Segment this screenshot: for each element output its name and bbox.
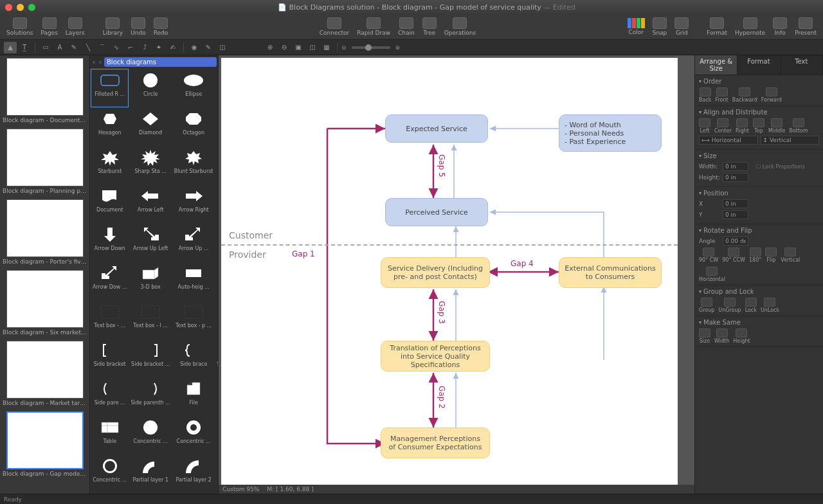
shape-side-brace[interactable]: Side brace bbox=[173, 339, 215, 377]
align-h-select[interactable]: ⟷ Horizontal bbox=[699, 136, 758, 145]
template-item-2[interactable]: Block diagram - Porter's five forces mod… bbox=[0, 197, 89, 267]
shape-arrow-right[interactable]: Arrow Right bbox=[173, 185, 215, 222]
template-item-5[interactable]: Block diagram - Gap model of service q..… bbox=[0, 409, 89, 480]
shape-arrow-down[interactable]: Arrow Down bbox=[91, 224, 128, 261]
shape-side-parenth-[interactable]: Side parenth ... bbox=[129, 378, 171, 415]
rotate-90-ccw[interactable]: 90° CCW bbox=[722, 248, 745, 263]
shape-circle[interactable]: Circle bbox=[129, 69, 171, 107]
order-back[interactable]: Back bbox=[699, 87, 711, 103]
tab-text[interactable]: Text bbox=[781, 55, 823, 75]
info-button[interactable]: Info bbox=[770, 16, 790, 37]
freehand-tool[interactable]: ✎ bbox=[68, 42, 80, 53]
shape-document[interactable]: Document bbox=[91, 185, 128, 222]
zoom-slider[interactable] bbox=[352, 46, 390, 49]
redo-button[interactable]: Redo bbox=[151, 16, 171, 37]
pointer-tool[interactable]: ▲ bbox=[4, 42, 17, 53]
shape-hexagon[interactable]: Hexagon bbox=[91, 108, 128, 145]
rotate-flip[interactable]: Flip bbox=[765, 248, 777, 263]
pages-button[interactable]: Pages bbox=[38, 16, 60, 37]
line-tool[interactable]: ╲ bbox=[82, 42, 95, 53]
tab-format[interactable]: Format bbox=[737, 55, 780, 75]
shape-curved-re-[interactable]: Curved Re ... bbox=[215, 69, 218, 107]
curve-tool[interactable]: ⤴ bbox=[138, 42, 151, 53]
shape-3-d-box[interactable]: 3-D box bbox=[129, 262, 171, 300]
tree-button[interactable]: Tree bbox=[420, 16, 439, 37]
same-height[interactable]: Height bbox=[733, 328, 750, 344]
shape-ellipse[interactable]: Ellipse bbox=[173, 69, 215, 107]
group-section[interactable]: Group and Lock bbox=[699, 288, 819, 295]
minimize-window-button[interactable] bbox=[17, 4, 24, 11]
shape-cloud[interactable]: Cloud bbox=[215, 147, 218, 184]
hypernote-button[interactable]: Hypernote bbox=[732, 16, 768, 37]
shape-auto-heig-[interactable]: Auto-heig ... bbox=[173, 262, 215, 300]
layers-button[interactable]: Layers bbox=[63, 16, 87, 37]
block-external[interactable]: External Communications to Consumers bbox=[559, 257, 662, 288]
connector-button[interactable]: Connector bbox=[317, 16, 352, 37]
block-influences[interactable]: - Word of Mouth - Personal Needs - Past … bbox=[559, 114, 662, 152]
operations-button[interactable]: Operations bbox=[442, 16, 478, 37]
shape-blunt-starburst[interactable]: Blunt Starburst bbox=[173, 147, 215, 184]
order-backward[interactable]: Backward bbox=[732, 87, 757, 103]
align-middle[interactable]: Middle bbox=[768, 118, 785, 134]
zoom-out-tool[interactable]: ⊖ bbox=[278, 42, 291, 53]
shape-concentric-[interactable]: Concentric ... bbox=[91, 455, 128, 492]
shape-auto-size-box[interactable]: Auto-size box bbox=[215, 262, 218, 300]
shape-side-brace-[interactable]: Side brace - ... bbox=[215, 339, 218, 377]
order-section[interactable]: Order bbox=[699, 78, 819, 85]
shape-round-sta-[interactable]: Round Sta ... bbox=[215, 108, 218, 145]
shape-full-bracke-[interactable]: Full bracke ... bbox=[215, 301, 218, 338]
shapes-category-select[interactable]: Block diagrams bbox=[104, 57, 217, 67]
shape-filleted-r-[interactable]: Filleted R ... bbox=[91, 69, 128, 107]
align-left[interactable]: Left bbox=[699, 118, 710, 134]
shape-text-box-[interactable]: Text box - ... bbox=[91, 301, 128, 338]
order-forward[interactable]: Forward bbox=[761, 87, 782, 103]
width-input[interactable] bbox=[723, 162, 748, 171]
shape-partial-layer-1[interactable]: Partial layer 1 bbox=[129, 455, 171, 492]
snap-button[interactable]: Snap bbox=[650, 16, 670, 37]
canvas[interactable]: Expected Service - Word of Mouth - Perso… bbox=[221, 58, 678, 494]
grid-button[interactable]: Grid bbox=[672, 16, 691, 37]
eraser-tool[interactable]: ◫ bbox=[216, 42, 229, 53]
size-section[interactable]: Size bbox=[699, 152, 819, 159]
same-section[interactable]: Make Same bbox=[699, 319, 819, 326]
shape-arrow-up-left[interactable]: Arrow Up Left bbox=[129, 224, 171, 261]
edit-tool-2[interactable]: ✎ bbox=[202, 42, 215, 53]
crop-tool[interactable]: ▦ bbox=[320, 42, 333, 53]
align-right[interactable]: Right bbox=[736, 118, 749, 134]
position-section[interactable]: Position bbox=[699, 190, 819, 197]
template-item-4[interactable]: Block diagram - Market targeting bbox=[0, 338, 89, 409]
shape-diamond[interactable]: Diamond bbox=[129, 108, 171, 145]
fit-page-tool[interactable]: ▣ bbox=[292, 42, 305, 53]
close-window-button[interactable] bbox=[5, 4, 12, 11]
edit-point-tool[interactable]: ◉ bbox=[188, 42, 201, 53]
shape-side-pare-[interactable]: Side pare ... bbox=[91, 378, 128, 415]
color-button[interactable]: Color bbox=[625, 17, 647, 37]
rapid-draw-button[interactable]: Rapid Draw bbox=[354, 16, 393, 37]
shape-arrow-up-[interactable]: Arrow Up ... bbox=[173, 224, 215, 261]
same-size[interactable]: Size bbox=[699, 328, 710, 344]
shapes-back[interactable]: ‹ bbox=[91, 59, 96, 66]
shape-arrow-up[interactable]: Arrow Up bbox=[215, 185, 218, 222]
canvas-area[interactable]: Expected Service - Word of Mouth - Perso… bbox=[219, 55, 694, 494]
angle-input[interactable] bbox=[723, 237, 748, 246]
zoom-in-tool[interactable]: ⊕ bbox=[264, 42, 276, 53]
eyedropper-tool[interactable]: ✍ bbox=[167, 42, 179, 53]
shape-arrow-dow-[interactable]: Arrow Dow ... bbox=[215, 224, 218, 261]
shape-sharp-sta-[interactable]: Sharp Sta ... bbox=[129, 147, 171, 184]
template-item-1[interactable]: Block diagram - Planning process bbox=[0, 126, 89, 197]
present-button[interactable]: Present bbox=[792, 16, 819, 37]
shape-concentric-[interactable]: Concentric ... bbox=[173, 417, 215, 454]
arc-tool[interactable]: ⌒ bbox=[96, 42, 109, 53]
polyline-tool[interactable]: ⌐ bbox=[124, 42, 137, 53]
shape-text-box-l-[interactable]: Text box - l ... bbox=[129, 301, 171, 338]
same-width[interactable]: Width bbox=[714, 328, 729, 344]
rotate-horizontal[interactable]: Horizontal bbox=[699, 267, 725, 282]
rotate-section[interactable]: Rotate and Flip bbox=[699, 227, 819, 234]
format-button[interactable]: Format bbox=[704, 16, 730, 37]
group-ungroup[interactable]: UnGroup bbox=[718, 298, 741, 313]
shape-concentric-[interactable]: Concentric ... bbox=[129, 417, 171, 454]
spline-tool[interactable]: ∿ bbox=[110, 42, 123, 53]
block-delivery[interactable]: Service Delivery (Including pre- and pos… bbox=[381, 257, 490, 288]
align-center[interactable]: Center bbox=[714, 118, 732, 134]
rotate-vertical[interactable]: Vertical bbox=[781, 248, 800, 263]
